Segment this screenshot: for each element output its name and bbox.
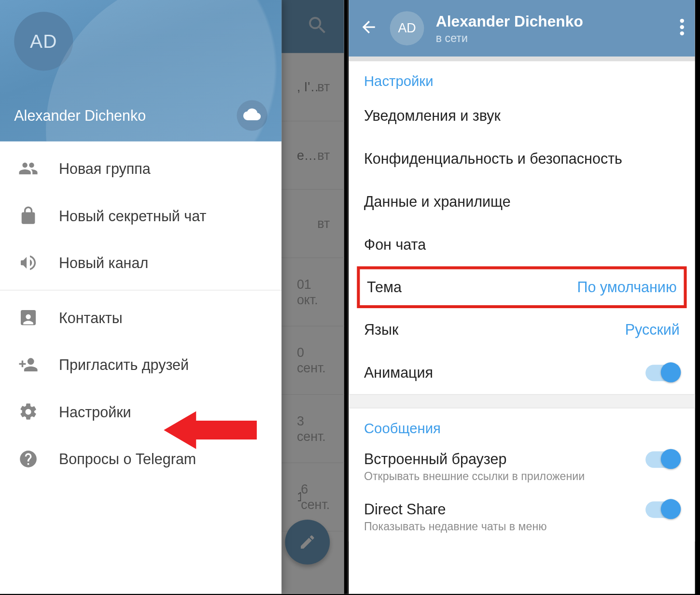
settings-item-animation[interactable]: Анимация: [349, 351, 695, 394]
settings-toolbar: AD Alexander Dichenko в сети: [349, 0, 695, 57]
settings-item-notifications[interactable]: Уведомления и звук: [349, 94, 695, 137]
settings-item-theme[interactable]: Тема По умолчанию: [357, 266, 686, 308]
drawer-item-label: Пригласить друзей: [59, 356, 189, 373]
back-button[interactable]: [359, 18, 378, 39]
profile-status: в сети: [436, 31, 583, 44]
user-avatar[interactable]: AD: [14, 12, 73, 71]
drawer-item-label: Настройки: [59, 403, 131, 420]
theme-value: По умолчанию: [577, 279, 677, 296]
more-menu-button[interactable]: [680, 17, 685, 39]
settings-item-browser[interactable]: Встроенный браузер Открывать внешние ссы…: [349, 441, 695, 492]
left-screenshot: , I'…вт е…вт вт 01 окт. 0 сент. 3 сент. …: [0, 0, 348, 594]
language-value: Русский: [625, 321, 680, 338]
person-add-icon: [18, 354, 39, 375]
section-divider: [349, 394, 695, 408]
svg-point-1: [680, 19, 684, 23]
drawer-header: AD Alexander Dichenko: [0, 0, 281, 142]
settings-item-privacy[interactable]: Конфиденциальность и безопасность: [349, 137, 695, 180]
navigation-drawer: AD Alexander Dichenko Новая группа Новый…: [0, 0, 281, 594]
settings-item-language[interactable]: Язык Русский: [349, 308, 695, 351]
settings-item-data[interactable]: Данные и хранилище: [349, 180, 695, 223]
settings-item-direct-share[interactable]: Direct Share Показывать недавние чаты в …: [349, 491, 695, 541]
drawer-divider: [0, 290, 281, 290]
contact-icon: [18, 307, 39, 328]
profile-title: Alexander Dichenko: [436, 12, 583, 30]
toolbar-shadow: [349, 57, 695, 61]
section-header-messages: Сообщения: [349, 408, 695, 441]
drawer-item-label: Новый канал: [59, 254, 148, 271]
settings-item-background[interactable]: Фон чата: [349, 223, 695, 266]
svg-point-2: [680, 25, 684, 29]
group-icon: [18, 158, 39, 179]
direct-share-toggle[interactable]: [645, 501, 680, 518]
section-header-settings: Настройки: [349, 61, 695, 94]
svg-point-3: [680, 31, 684, 35]
right-screenshot: AD Alexander Dichenko в сети Настройки У…: [348, 0, 695, 594]
cloud-icon: [243, 105, 261, 125]
animation-toggle[interactable]: [645, 365, 680, 381]
profile-avatar[interactable]: AD: [390, 11, 424, 45]
svg-marker-0: [164, 411, 257, 449]
megaphone-icon: [18, 252, 39, 273]
gear-icon: [18, 401, 39, 423]
drawer-item-contacts[interactable]: Контакты: [0, 294, 281, 341]
drawer-list: Новая группа Новый секретный чат Новый к…: [0, 142, 281, 594]
drawer-item-label: Контакты: [59, 309, 123, 326]
drawer-item-new-channel[interactable]: Новый канал: [0, 239, 281, 286]
help-icon: [18, 448, 39, 469]
saved-messages-button[interactable]: [237, 100, 267, 130]
lock-icon: [18, 205, 39, 227]
annotation-arrow: [164, 407, 258, 454]
drawer-item-label: Новая группа: [59, 160, 151, 177]
browser-toggle[interactable]: [645, 451, 680, 468]
drawer-item-invite[interactable]: Пригласить друзей: [0, 341, 281, 388]
user-name: Alexander Dichenko: [14, 107, 146, 124]
drawer-item-label: Новый секретный чат: [59, 207, 206, 224]
drawer-item-new-secret-chat[interactable]: Новый секретный чат: [0, 192, 281, 240]
drawer-item-new-group[interactable]: Новая группа: [0, 145, 281, 192]
